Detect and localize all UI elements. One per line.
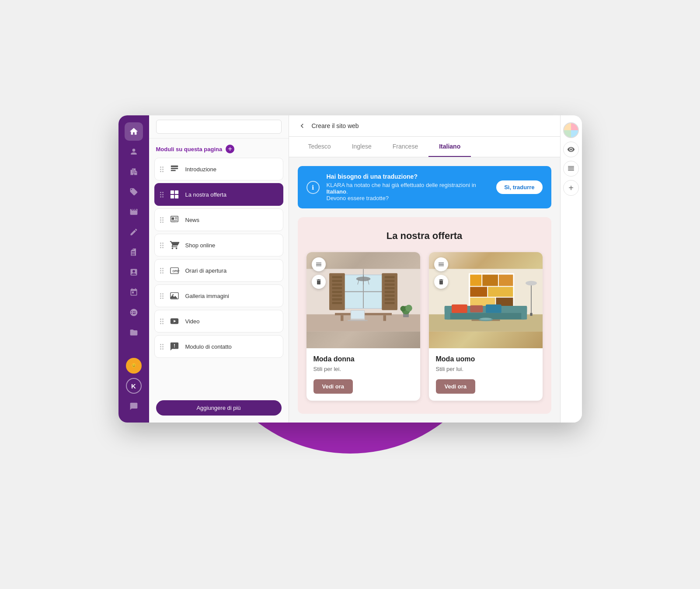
sidebar-item-face[interactable] xyxy=(125,303,143,322)
card-delete-btn-donna[interactable] xyxy=(312,275,326,289)
svg-point-56 xyxy=(400,306,406,312)
card-edit-btn-uomo[interactable] xyxy=(434,257,448,271)
svg-rect-39 xyxy=(384,280,394,282)
drag-handle xyxy=(160,166,164,172)
sidebar-item-home[interactable] xyxy=(125,122,143,141)
modules-label: Moduli su questa pagina + xyxy=(149,139,289,158)
translate-button[interactable]: Sì, tradurre xyxy=(496,180,542,194)
add-module-button[interactable]: + xyxy=(226,145,234,153)
tab-italiano[interactable]: Italiano xyxy=(428,137,471,157)
svg-rect-81 xyxy=(486,305,501,313)
module-item-galleria[interactable]: Galleria immagini xyxy=(154,284,283,307)
card-cta-btn-donna[interactable]: Vedi ora xyxy=(313,379,353,394)
card-subtitle-uomo: Stili per lui. xyxy=(436,366,536,372)
module-name-news: News xyxy=(185,217,278,223)
info-icon: ℹ xyxy=(306,181,320,194)
section-title: La nostra offerta xyxy=(306,230,543,242)
translation-banner: ℹ Hai bisogno di una traduzione? KLARA h… xyxy=(298,166,551,208)
offer-card-uomo: Moda uomo Stili per lui. Vedi ora xyxy=(429,252,543,401)
svg-rect-10 xyxy=(171,218,174,220)
module-item-shop[interactable]: Shop online xyxy=(154,234,283,256)
tab-tedesco[interactable]: Tedesco xyxy=(298,137,341,157)
svg-rect-66 xyxy=(482,275,498,286)
module-name-galleria: Galleria immagini xyxy=(185,293,278,299)
svg-text:OPEN: OPEN xyxy=(172,270,179,273)
module-icon-introduzione xyxy=(168,163,181,176)
svg-rect-29 xyxy=(332,276,342,278)
svg-rect-59 xyxy=(351,311,364,319)
color-picker-btn[interactable] xyxy=(563,122,579,138)
top-bar: Creare il sito web xyxy=(289,115,560,137)
module-item-news[interactable]: News xyxy=(154,208,283,231)
sidebar-item-folder[interactable] xyxy=(125,323,143,342)
tab-inglese[interactable]: Inglese xyxy=(341,137,382,157)
module-item-introduzione[interactable]: Introduzione xyxy=(154,158,283,180)
sidebar-klara-btn[interactable]: K xyxy=(126,378,142,394)
drag-handle-galleria xyxy=(160,293,164,299)
back-button[interactable] xyxy=(298,121,306,130)
module-icon-shop xyxy=(168,239,181,252)
add-element-btn[interactable]: + xyxy=(563,180,579,196)
sidebar-item-building[interactable] xyxy=(125,163,143,181)
sidebar-item-edit[interactable] xyxy=(125,223,143,241)
sidebar-item-film[interactable] xyxy=(125,203,143,221)
svg-rect-42 xyxy=(384,291,394,293)
layout-btn[interactable] xyxy=(563,161,579,177)
module-item-nostra-offerta[interactable]: La nostra offerta xyxy=(154,183,283,206)
drag-handle-contatto xyxy=(160,344,164,350)
sidebar-item-chart[interactable] xyxy=(125,263,143,281)
module-icon-offerta xyxy=(168,188,181,201)
breadcrumb: Creare il sito web xyxy=(312,122,359,129)
sidebar-chat-icon[interactable] xyxy=(125,397,143,416)
module-icon-contatto xyxy=(168,340,181,353)
module-item-orari[interactable]: OPEN Orari di apertura xyxy=(154,259,283,282)
svg-rect-7 xyxy=(170,195,174,198)
svg-rect-8 xyxy=(174,195,178,198)
card-body-donna: Moda donna Stili per lei. Vedi ora xyxy=(306,348,420,401)
add-more-button[interactable]: Aggiungere di più xyxy=(156,400,282,416)
module-name-video: Video xyxy=(185,318,278,325)
svg-rect-33 xyxy=(332,291,342,293)
banner-subtitle: KLARA ha notato che hai già effettuato d… xyxy=(327,182,490,201)
content-section: La nostra offerta xyxy=(298,217,551,414)
drag-handle-news xyxy=(160,217,164,223)
sidebar-item-book[interactable] xyxy=(125,243,143,261)
module-icon-orari: OPEN xyxy=(168,264,181,277)
card-subtitle-donna: Stili per lei. xyxy=(313,366,413,372)
card-cta-btn-uomo[interactable]: Vedi ora xyxy=(436,379,476,394)
drag-handle-orari xyxy=(160,268,164,274)
svg-rect-67 xyxy=(498,275,513,286)
card-title-uomo: Moda uomo xyxy=(436,355,536,363)
eye-btn[interactable] xyxy=(563,142,579,157)
svg-rect-65 xyxy=(470,275,481,286)
svg-rect-44 xyxy=(384,298,394,300)
svg-point-84 xyxy=(480,318,491,320)
svg-rect-79 xyxy=(452,305,467,313)
main-content: Creare il sito web Tedesco Inglese Franc… xyxy=(289,115,560,423)
sidebar-item-calendar[interactable] xyxy=(125,283,143,301)
app-container: 😊 K Moduli su questa pagina + xyxy=(118,115,582,423)
card-edit-btn-donna[interactable] xyxy=(312,257,326,271)
sidebar-item-tag[interactable] xyxy=(125,183,143,201)
card-title-donna: Moda donna xyxy=(313,355,413,363)
svg-rect-45 xyxy=(384,302,394,304)
svg-rect-77 xyxy=(444,306,450,319)
module-item-contatto[interactable]: Modulo di contatto xyxy=(154,335,283,358)
sidebar-avatar[interactable]: 😊 xyxy=(126,358,142,374)
svg-rect-87 xyxy=(568,169,574,170)
sidebar-item-user[interactable] xyxy=(125,142,143,161)
drag-handle-shop xyxy=(160,243,164,248)
module-name-contatto: Modulo di contatto xyxy=(185,343,278,350)
card-image-uomo xyxy=(429,252,543,348)
svg-rect-4 xyxy=(171,170,175,171)
svg-rect-60 xyxy=(348,320,368,321)
module-item-video[interactable]: Video xyxy=(154,310,283,333)
outer-wrapper: 😊 K Moduli su questa pagina + xyxy=(110,98,591,491)
tab-francese[interactable]: Francese xyxy=(382,137,428,157)
search-input[interactable] xyxy=(156,120,282,134)
svg-rect-31 xyxy=(332,284,342,286)
right-toolbar: + xyxy=(560,115,582,423)
preview-area: ℹ Hai bisogno di una traduzione? KLARA h… xyxy=(289,157,560,423)
svg-rect-38 xyxy=(384,276,394,278)
card-delete-btn-uomo[interactable] xyxy=(434,275,448,289)
